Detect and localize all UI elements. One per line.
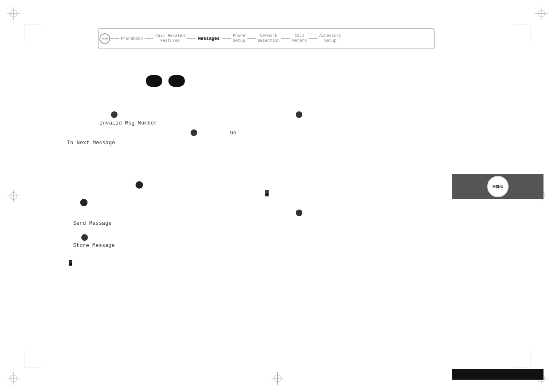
crosshair-top-right [535, 7, 548, 20]
bullet-mid-2 [80, 199, 88, 206]
crosshair-top-left [7, 7, 20, 20]
nav-item-accessory-setup[interactable]: Accessory Setup [318, 34, 343, 44]
bullet-go [191, 129, 197, 136]
crosshair-bottom-left [7, 372, 20, 385]
label-invalid-msg: Invalid Msg Number [99, 120, 157, 126]
bottom-bar [452, 369, 543, 380]
nav-item-call-related[interactable]: Call Related Features [154, 34, 187, 44]
menu-panel: MENU [452, 174, 543, 199]
crosshair-mid-left [7, 190, 20, 202]
nav-item-network-selection[interactable]: Network Selection [256, 34, 281, 44]
bullet-store [81, 234, 88, 241]
label-to-next: To Next Message [67, 140, 115, 146]
book-icon-mid: 📱 [263, 190, 270, 197]
nav-item-phonebook[interactable]: Phonebook [119, 37, 145, 41]
label-go: Go [230, 130, 237, 136]
nav-item-messages[interactable]: Messages [196, 36, 222, 41]
menu-button[interactable]: MENU [487, 176, 509, 197]
book-icon-bottom: 📱 [67, 260, 74, 267]
nav-item-phone-setup[interactable]: Phone Setup [231, 34, 247, 44]
bullet-right-1 [296, 111, 302, 118]
nav-bar: MENU Phonebook Call Related Features Mes… [98, 28, 435, 49]
nav-start-circle: MENU [98, 33, 110, 44]
nav-item-call-meters[interactable]: Call Meters [290, 34, 309, 44]
bullet-invalid [111, 111, 117, 118]
bullet-top-2 [168, 75, 185, 87]
label-send-message: Send Message [73, 220, 112, 226]
crosshair-bottom-center [272, 372, 284, 385]
bullet-mid-3 [296, 210, 302, 216]
bullet-mid-1 [136, 181, 143, 189]
bullet-top-1 [146, 75, 162, 87]
label-store-message: Store Message [73, 242, 115, 249]
